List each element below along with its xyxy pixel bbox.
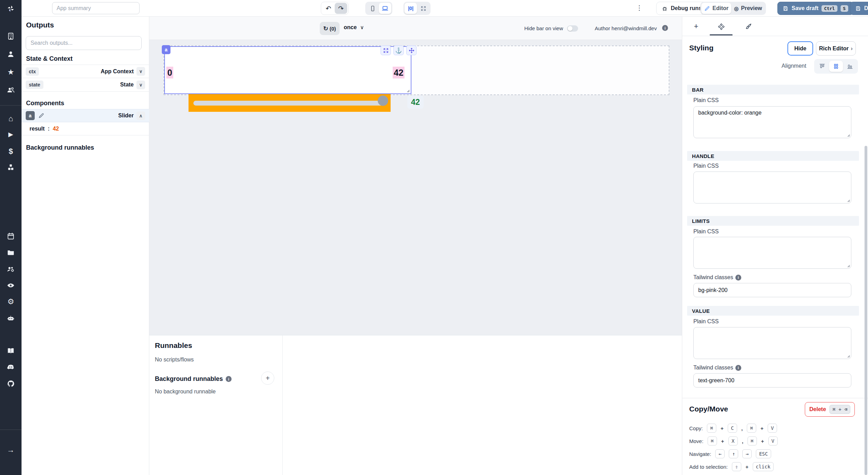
- discord-icon[interactable]: [0, 363, 22, 371]
- chevron-down-icon: ∨: [360, 24, 364, 31]
- section-divider: [682, 398, 868, 398]
- output-row-state[interactable]: state State ∨: [22, 78, 149, 92]
- slider-handle[interactable]: [378, 95, 388, 106]
- refresh-icon: ↻: [323, 26, 328, 32]
- search-outputs-input[interactable]: [26, 36, 142, 50]
- deploy-button[interactable]: Deploy: [850, 2, 868, 15]
- resize-handle-icon[interactable]: [404, 87, 410, 93]
- ctx-value: App Context: [101, 68, 134, 75]
- runnables-empty: No scripts/flows: [155, 357, 194, 363]
- section-limits-header: LIMITS: [687, 216, 859, 226]
- limits-tailwind-input[interactable]: [693, 283, 851, 297]
- workspace-icon[interactable]: [0, 32, 22, 40]
- runs-play-icon[interactable]: ▶: [0, 131, 22, 138]
- alignment-label: Alignment: [782, 63, 806, 69]
- component-row-a[interactable]: a Slider ∧: [22, 109, 149, 122]
- hide-bar-toggle[interactable]: [567, 25, 578, 32]
- kebab-menu-icon[interactable]: ⋮: [636, 4, 643, 12]
- center-canvas-button[interactable]: |0|: [404, 3, 417, 14]
- rich-editor-button[interactable]: Rich Editor ›: [816, 41, 856, 56]
- slider-track[interactable]: [193, 101, 386, 106]
- delete-button[interactable]: Delete ⌘ + ⌫: [805, 402, 855, 417]
- slider-bar[interactable]: [189, 94, 391, 112]
- run-mode-dropdown[interactable]: once ∨: [344, 24, 364, 31]
- home-icon[interactable]: ⌂: [0, 115, 22, 123]
- debug-runs-button[interactable]: Debug runs: [656, 2, 707, 15]
- active-tab-underline: [710, 34, 733, 35]
- variables-dollar-icon[interactable]: $: [0, 148, 22, 155]
- hide-styling-button[interactable]: Hide: [787, 41, 813, 56]
- app-canvas[interactable]: ↻ (0) once ∨ Hide bar on view Author hen…: [149, 17, 682, 335]
- output-row-ctx[interactable]: ctx App Context ∨: [22, 65, 149, 78]
- limits-plain-css-textarea[interactable]: [693, 237, 851, 269]
- user-icon[interactable]: [0, 50, 22, 58]
- favorites-star-icon[interactable]: ★: [0, 68, 22, 76]
- groups-icon[interactable]: [0, 86, 22, 94]
- info-icon[interactable]: i: [735, 365, 741, 371]
- windmill-logo[interactable]: [0, 5, 22, 13]
- chevron-down-icon[interactable]: ∨: [136, 81, 145, 89]
- value-tailwind-input[interactable]: [693, 373, 851, 388]
- background-runnables-empty: No background runnable: [155, 389, 216, 395]
- fullwidth-expand-button[interactable]: [417, 3, 429, 14]
- kbd-esc: ESC: [756, 449, 771, 458]
- collapse-arrow-icon[interactable]: →: [0, 446, 22, 454]
- audit-eye-icon[interactable]: [0, 281, 22, 290]
- handle-plain-css-textarea[interactable]: [693, 172, 851, 203]
- result-row: result : 42: [22, 122, 149, 135]
- info-icon[interactable]: i: [226, 376, 232, 382]
- move-component-button[interactable]: [406, 45, 417, 55]
- textarea-resize-icon[interactable]: [845, 262, 850, 268]
- chevron-down-icon[interactable]: ∨: [136, 67, 145, 76]
- kbd-ctrl: Ctrl: [821, 5, 837, 12]
- add-background-runnable-button[interactable]: +: [261, 372, 274, 385]
- panel-scrollbar[interactable]: [865, 146, 867, 475]
- edit-pencil-icon[interactable]: [38, 112, 44, 119]
- expand-component-button[interactable]: [381, 45, 391, 55]
- refresh-button[interactable]: ↻ (0): [320, 22, 340, 35]
- save-icon: [855, 6, 861, 11]
- align-bottom-button[interactable]: [843, 61, 857, 72]
- folders-icon[interactable]: [0, 248, 22, 257]
- app-summary-input[interactable]: [52, 2, 140, 14]
- textarea-resize-icon[interactable]: [845, 197, 850, 202]
- anchor-component-button[interactable]: ⚓: [393, 45, 404, 55]
- ai-robot-icon[interactable]: [0, 314, 22, 323]
- kbd-up-arrow: ↑: [729, 449, 738, 458]
- slider-max-label: 42: [393, 67, 404, 78]
- info-icon[interactable]: i: [662, 25, 668, 31]
- hide-bar-label: Hide bar on view: [524, 25, 563, 31]
- tab-insert-plus-icon[interactable]: +: [689, 20, 703, 33]
- textarea-resize-icon[interactable]: [845, 132, 850, 137]
- value-plain-css-textarea[interactable]: [693, 327, 851, 359]
- tab-editor[interactable]: Editor: [701, 3, 731, 14]
- tab-component-settings-icon[interactable]: [714, 20, 728, 33]
- runnables-title: Runnables: [155, 341, 192, 350]
- align-center-button[interactable]: [829, 61, 843, 72]
- mobile-view-button[interactable]: [366, 3, 379, 14]
- align-top-button[interactable]: [815, 61, 829, 72]
- resources-cubes-icon[interactable]: [0, 163, 22, 172]
- bar-plain-css-textarea[interactable]: background-color: orange: [693, 106, 851, 138]
- schedules-calendar-icon[interactable]: [0, 232, 22, 240]
- ctx-key-badge: ctx: [26, 67, 39, 76]
- save-draft-button[interactable]: Save draft Ctrl S: [777, 2, 853, 15]
- section-handle-header: HANDLE: [687, 151, 859, 161]
- github-icon[interactable]: [0, 380, 22, 388]
- textarea-resize-icon[interactable]: [845, 353, 850, 358]
- kbd-cmd: ⌘: [708, 436, 717, 445]
- redo-button[interactable]: ↷: [335, 3, 347, 14]
- docs-book-icon[interactable]: [0, 347, 22, 355]
- settings-gear-icon[interactable]: ⚙: [0, 298, 22, 306]
- tab-preview[interactable]: ◎ Preview: [731, 3, 765, 14]
- info-icon[interactable]: i: [735, 275, 741, 281]
- slider-component[interactable]: 0 42 42: [164, 46, 411, 94]
- tab-styling-brush-icon[interactable]: [741, 20, 755, 33]
- chevron-up-icon[interactable]: ∧: [136, 111, 145, 120]
- components-title: Components: [26, 100, 64, 107]
- component-tag[interactable]: a: [162, 45, 170, 54]
- state-context-title: State & Context: [26, 55, 73, 62]
- workers-users-gear-icon[interactable]: [0, 265, 22, 273]
- desktop-view-button[interactable]: [379, 3, 391, 14]
- undo-button[interactable]: ↶: [322, 3, 335, 14]
